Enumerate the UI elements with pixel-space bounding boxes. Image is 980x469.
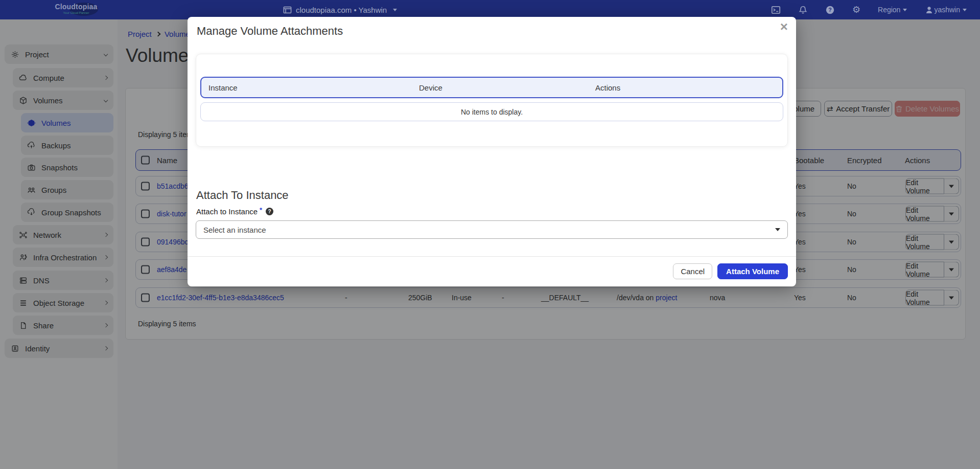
brand-name: Cloudtopiaa — [43, 3, 109, 11]
caret-down-icon — [775, 228, 780, 231]
close-icon[interactable]: × — [780, 20, 788, 33]
user-icon — [924, 5, 934, 15]
help-button[interactable]: ? — [825, 5, 835, 15]
attach-section-title: Attach To Instance — [196, 189, 289, 202]
notifications-button[interactable] — [798, 5, 808, 15]
caret-down-icon — [963, 9, 967, 11]
attach-volume-button[interactable]: Attach Volume — [717, 263, 788, 279]
gear-icon: ⚙ — [852, 5, 860, 15]
bell-icon — [798, 5, 808, 15]
user-menu[interactable]: yashwin — [924, 5, 967, 15]
attachments-table-card: Instance Device Actions No items to disp… — [196, 54, 788, 147]
footer-divider — [188, 256, 796, 257]
brand-logo[interactable]: Cloudtopiaa Your Cloud Partner — [43, 3, 109, 14]
terminal-icon — [771, 5, 781, 15]
column-header-actions: Actions — [595, 83, 620, 92]
app-window: Cloudtopiaa Your Cloud Partner cloudtopi… — [0, 0, 980, 469]
caret-down-icon — [393, 9, 397, 11]
help-icon[interactable]: ? — [266, 208, 273, 215]
region-label: Region — [878, 6, 900, 14]
manage-volume-attachments-modal: Manage Volume Attachments × Instance Dev… — [188, 17, 796, 286]
attach-field-label-row: Attach to Instance * ? — [196, 207, 273, 216]
region-menu[interactable]: Region — [878, 6, 907, 14]
caret-down-icon — [903, 9, 907, 11]
brand-tagline: Your Cloud Partner — [43, 11, 109, 14]
help-circle-icon: ? — [825, 5, 835, 15]
column-header-instance: Instance — [208, 83, 238, 92]
attach-field-label: Attach to Instance — [196, 207, 258, 216]
domain-icon — [283, 5, 292, 15]
attachments-table-header: Instance Device Actions — [200, 77, 783, 98]
modal-title: Manage Volume Attachments — [197, 25, 343, 38]
console-button[interactable] — [771, 5, 781, 15]
context-label: cloudtopiaa.com • Yashwin — [296, 6, 387, 14]
empty-state-row: No items to display. — [200, 102, 783, 121]
instance-select[interactable]: Select an instance — [196, 220, 788, 239]
cancel-button[interactable]: Cancel — [673, 263, 712, 279]
column-header-device: Device — [419, 83, 442, 92]
user-label: yashwin — [934, 6, 960, 14]
settings-button[interactable]: ⚙ — [852, 5, 860, 15]
required-asterisk: * — [260, 206, 262, 214]
instance-select-value: Select an instance — [203, 226, 266, 234]
svg-text:?: ? — [828, 7, 832, 13]
